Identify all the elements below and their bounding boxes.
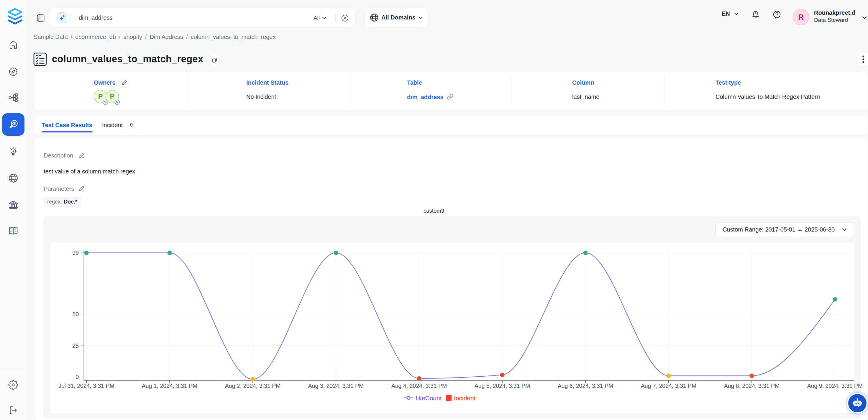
svg-text:Aug 9, 2024, 3:31 PM: Aug 9, 2024, 3:31 PM [807,383,863,389]
svg-text:Aug 5, 2024, 3:31 PM: Aug 5, 2024, 3:31 PM [474,383,530,389]
svg-text:Aug 2, 2024, 3:31 PM: Aug 2, 2024, 3:31 PM [225,383,281,389]
svg-text:Aug 3, 2024, 3:31 PM: Aug 3, 2024, 3:31 PM [308,383,364,389]
svg-text:25: 25 [72,342,79,349]
svg-text:99: 99 [72,249,79,256]
svg-text:Aug 7, 2024, 3:31 PM: Aug 7, 2024, 3:31 PM [641,383,696,389]
svg-text:Aug 4, 2024, 3:31 PM: Aug 4, 2024, 3:31 PM [392,383,447,389]
svg-text:Incident: Incident [454,395,476,401]
svg-text:Jul 31, 2024, 3:31 PM: Jul 31, 2024, 3:31 PM [58,383,115,389]
svg-text:0: 0 [75,374,79,380]
svg-text:likeCount: likeCount [416,395,442,401]
svg-text:Aug 8, 2024, 3:31 PM: Aug 8, 2024, 3:31 PM [724,383,780,389]
svg-text:Aug 6, 2024, 3:31 PM: Aug 6, 2024, 3:31 PM [558,383,614,389]
svg-text:50: 50 [72,311,79,318]
svg-text:Aug 1, 2024, 3:31 PM: Aug 1, 2024, 3:31 PM [142,383,197,389]
